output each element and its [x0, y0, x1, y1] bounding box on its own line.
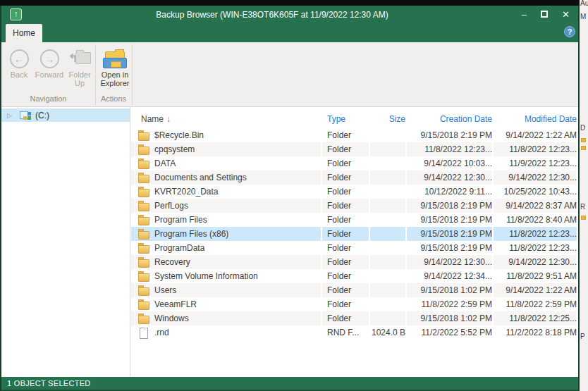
- cell-creation-date: 9/14/2022 12:30...: [407, 170, 492, 185]
- volume-icon-squares: [27, 116, 31, 120]
- background-folder-fragment: [581, 216, 586, 220]
- help-icon[interactable]: ?: [564, 26, 575, 37]
- item-name: System Volume Information: [154, 269, 258, 283]
- background-text-fragment: R: [580, 203, 585, 211]
- table-row[interactable]: Program Files Folder 9/15/2018 2:19 PM 1…: [131, 213, 578, 227]
- table-row[interactable]: DATA Folder 9/14/2022 10:03... 11/9/2022…: [131, 156, 578, 170]
- table-row[interactable]: Windows Folder 9/15/2018 1:02 PM 11/8/20…: [131, 311, 578, 325]
- cell-size: [370, 199, 405, 213]
- cell-name: Recovery: [131, 255, 321, 269]
- backup-browser-window: ↑ Backup Browser (WIN-E38OT6K605F at 11/…: [0, 6, 580, 391]
- item-name: $Recycle.Bin: [154, 128, 204, 142]
- tree-item-c-drive[interactable]: ▷ (C:): [1, 108, 130, 122]
- cell-type: Folder: [322, 269, 369, 283]
- item-icon: [138, 214, 149, 225]
- header-name-label: Name: [141, 114, 164, 124]
- table-row[interactable]: cpqsystem Folder 11/8/2022 12:23... 11/8…: [131, 142, 578, 156]
- item-name: Documents and Settings: [154, 170, 247, 185]
- cell-creation-date: 9/15/2018 1:02 PM: [407, 283, 492, 297]
- ribbon: ← Back → Forward ↰ Folder Up Ope: [1, 42, 578, 107]
- table-row[interactable]: Recovery Folder 9/14/2022 12:30... 9/14/…: [131, 255, 578, 269]
- item-name: .rnd: [154, 325, 169, 340]
- cell-size: [370, 311, 405, 325]
- sort-descending-icon: ↓: [166, 114, 171, 124]
- cell-type: Folder: [322, 156, 369, 170]
- expander-icon[interactable]: ▷: [7, 112, 16, 119]
- open-in-explorer-button[interactable]: Open in Explorer: [98, 48, 132, 97]
- item-icon: [138, 271, 149, 282]
- table-row[interactable]: .rnd RND F... 1024.0 B 11/2/2022 5:52 PM…: [131, 325, 578, 340]
- folder-up-button[interactable]: ↰ Folder Up: [65, 48, 94, 97]
- item-name: KVRT2020_Data: [154, 185, 219, 199]
- tree-item-label: (C:): [35, 111, 49, 120]
- item-icon: [138, 256, 149, 268]
- cell-name: Program Files (x86): [131, 227, 321, 241]
- cell-type: Folder: [322, 227, 369, 241]
- cell-modified-date: 11/8/2022 12:23...: [494, 142, 577, 156]
- tab-home[interactable]: Home: [6, 24, 42, 42]
- table-row[interactable]: Documents and Settings Folder 9/14/2022 …: [131, 170, 578, 185]
- close-button[interactable]: ✕: [562, 6, 570, 24]
- cell-type: Folder: [322, 185, 369, 199]
- column-header-type[interactable]: Type: [322, 111, 369, 124]
- cell-name: KVRT2020_Data: [131, 185, 321, 199]
- cell-name: Users: [131, 283, 321, 297]
- item-name: Windows: [154, 311, 189, 325]
- cell-modified-date: 9/14/2022 12:30...: [494, 255, 577, 269]
- cell-size: [370, 283, 405, 297]
- cell-modified-date: 11/9/2022 12:23...: [494, 156, 577, 170]
- cell-type: Folder: [322, 128, 369, 142]
- cell-creation-date: 9/15/2018 2:19 PM: [407, 199, 492, 213]
- cell-type: Folder: [322, 170, 369, 185]
- minimize-button[interactable]: –: [522, 6, 527, 24]
- cell-name: $Recycle.Bin: [131, 128, 321, 142]
- item-icon: [138, 313, 149, 324]
- column-header-modified-date[interactable]: Modified Date: [494, 111, 577, 124]
- item-icon: [138, 186, 149, 197]
- cell-name: Windows: [131, 311, 321, 325]
- forward-button[interactable]: → Forward: [34, 48, 65, 97]
- cell-creation-date: 9/15/2018 2:19 PM: [407, 128, 492, 142]
- cell-modified-date: 11/8/2022 8:40 AM: [494, 213, 577, 227]
- column-header-size[interactable]: Size: [370, 111, 405, 124]
- cell-creation-date: 11/8/2022 2:59 PM: [407, 297, 492, 311]
- cell-size: [370, 213, 405, 227]
- table-row[interactable]: ProgramData Folder 9/15/2018 2:19 PM 11/…: [131, 241, 578, 255]
- column-header-name[interactable]: Name↓: [131, 111, 321, 124]
- cell-size: [370, 170, 405, 185]
- back-icon: ←: [10, 49, 29, 68]
- item-name: DATA: [154, 156, 176, 170]
- table-row[interactable]: Users Folder 9/15/2018 1:02 PM 9/14/2022…: [131, 283, 578, 297]
- cell-name: cpqsystem: [131, 142, 321, 156]
- cell-name: PerfLogs: [131, 199, 321, 213]
- back-button[interactable]: ← Back: [5, 48, 33, 97]
- cell-modified-date: 10/25/2022 10:43...: [494, 185, 577, 199]
- table-row[interactable]: System Volume Information Folder 9/14/20…: [131, 269, 578, 283]
- cell-modified-date: 9/14/2022 8:37 AM: [494, 199, 577, 213]
- table-row[interactable]: PerfLogs Folder 9/15/2018 2:19 PM 9/14/2…: [131, 199, 578, 213]
- table-row[interactable]: KVRT2020_Data Folder 10/12/2022 9:11... …: [131, 185, 578, 199]
- cell-modified-date: 11/8/2022 12:23...: [494, 227, 577, 241]
- table-row[interactable]: Program Files (x86) Folder 9/15/2018 2:1…: [131, 227, 578, 241]
- item-icon: [138, 285, 149, 296]
- background-text-fragment: D: [580, 124, 585, 132]
- cell-name: VeeamFLR: [131, 297, 321, 311]
- column-header-creation-date[interactable]: Creation Date: [407, 111, 492, 124]
- cell-size: 1024.0 B: [370, 325, 405, 340]
- item-icon: [138, 242, 149, 254]
- cell-name: DATA: [131, 156, 321, 170]
- item-name: Users: [154, 283, 176, 297]
- item-icon: [138, 228, 149, 240]
- table-row[interactable]: VeeamFLR Folder 11/8/2022 2:59 PM 11/8/2…: [131, 297, 578, 311]
- cell-size: [370, 269, 405, 283]
- forward-label: Forward: [35, 70, 63, 79]
- forward-icon: →: [40, 49, 59, 68]
- cell-type: Folder: [322, 311, 369, 325]
- file-list-panel: Name↓ Type Size Creation Date Modified D…: [131, 107, 578, 377]
- table-row[interactable]: $Recycle.Bin Folder 9/15/2018 2:19 PM 9/…: [131, 128, 578, 142]
- maximize-button[interactable]: [541, 6, 548, 24]
- cell-name: Program Files: [131, 213, 321, 227]
- cell-type: RND F...: [322, 325, 369, 340]
- background-window-sliver: Au M D R P: [580, 0, 588, 391]
- veeam-restore-app-icon: ↑: [10, 8, 22, 20]
